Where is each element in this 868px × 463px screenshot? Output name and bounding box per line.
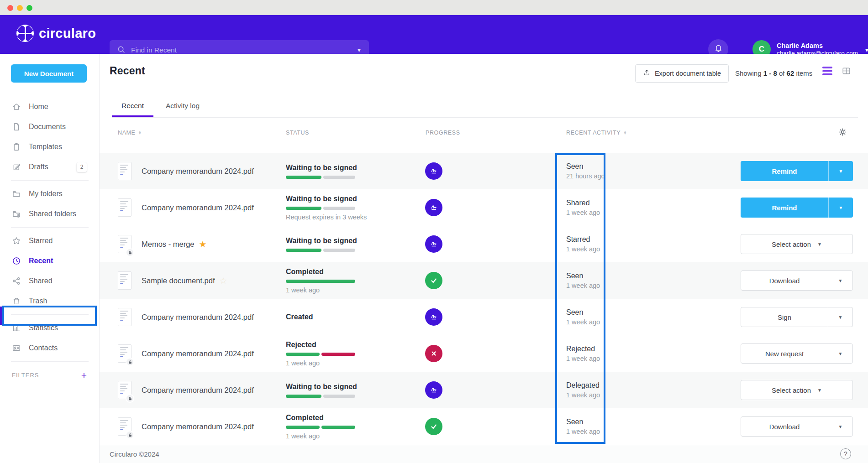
progress-segment <box>323 249 355 252</box>
status-text: Waiting to be signed <box>286 164 357 172</box>
sidebar-item-starred[interactable]: Starred <box>0 231 100 251</box>
sidebar-item-contacts[interactable]: Contacts <box>0 338 100 358</box>
status-text: Created <box>286 313 313 321</box>
filters-label: FILTERS <box>12 372 39 379</box>
chevron-down-icon[interactable]: ▼ <box>817 242 822 247</box>
close-window-button[interactable] <box>7 5 13 11</box>
chevron-down-icon[interactable]: ▼ <box>829 161 853 181</box>
row-action-button[interactable]: Select action▼ <box>741 380 853 400</box>
activity-cell: Seen1 week ago <box>566 299 600 335</box>
row-action-button[interactable]: Remind▼ <box>741 198 853 218</box>
sidebar-item-shared-folders[interactable]: Shared folders <box>0 204 100 224</box>
activity-action: Delegated <box>566 381 600 390</box>
chevron-down-icon[interactable]: ▼ <box>828 307 852 327</box>
sidebar-item-drafts[interactable]: Drafts2 <box>0 157 100 177</box>
progress-segment <box>286 353 320 356</box>
signature-icon <box>425 308 442 326</box>
name-cell: Company memorandum 2024.pdf <box>142 335 254 372</box>
progress-segment <box>323 176 355 179</box>
row-action-button[interactable]: Remind▼ <box>741 161 853 181</box>
list-view-icon[interactable] <box>822 67 832 75</box>
tab-recent[interactable]: Recent <box>112 96 153 117</box>
app-logo[interactable]: circularo <box>16 25 96 42</box>
status-text: Completed <box>286 414 355 422</box>
column-header-status[interactable]: STATUS <box>286 130 309 136</box>
star-icon[interactable]: ☆ <box>220 276 227 285</box>
sidebar-item-my-folders[interactable]: My folders <box>0 184 100 204</box>
activity-time: 1 week ago <box>566 282 600 289</box>
column-header-progress[interactable]: PROGRESS <box>426 130 460 136</box>
sidebar-item-recent[interactable]: Recent <box>0 251 100 271</box>
row-action-button[interactable]: Download▼ <box>741 416 853 437</box>
grid-view-icon[interactable] <box>842 66 851 76</box>
document-name[interactable]: Company memorandum 2024.pdf <box>142 167 254 176</box>
chevron-down-icon[interactable]: ▼ <box>357 47 362 53</box>
activity-time: 21 hours ago <box>566 172 605 180</box>
search-input[interactable] <box>131 46 353 54</box>
lock-icon <box>126 394 134 403</box>
table-row[interactable]: Company memorandum 2024.pdfRejected1 wee… <box>100 335 868 372</box>
sidebar-item-label: Drafts <box>29 163 48 171</box>
document-thumbnail <box>118 381 132 399</box>
row-action-button[interactable]: Sign▼ <box>741 307 853 327</box>
table-row[interactable]: Company memorandum 2024.pdfWaiting to be… <box>100 372 868 408</box>
chevron-down-icon[interactable]: ▼ <box>828 417 852 436</box>
sidebar-item-label: Trash <box>29 297 47 305</box>
tab-divider <box>112 117 858 118</box>
items-range: 1 - 8 <box>763 69 777 77</box>
chevron-down-icon[interactable]: ▼ <box>864 47 868 53</box>
document-name[interactable]: Company memorandum 2024.pdf <box>142 203 254 212</box>
activity-time: 1 week ago <box>566 428 600 435</box>
sidebar-item-statistics[interactable]: Statistics <box>0 318 100 338</box>
sidebar-item-trash[interactable]: Trash <box>0 291 100 311</box>
export-icon <box>643 69 651 78</box>
chevron-down-icon[interactable]: ▼ <box>828 344 852 363</box>
tab-activity-log[interactable]: Activity log <box>161 96 205 117</box>
row-action-button[interactable]: Download▼ <box>741 271 853 291</box>
sidebar-item-home[interactable]: Home <box>0 97 100 117</box>
document-name[interactable]: Company memorandum 2024.pdf <box>142 349 254 358</box>
row-action-button[interactable]: Select action▼ <box>741 234 853 254</box>
column-header-recent-activity[interactable]: RECENT ACTIVITY▲▼ <box>566 130 627 136</box>
table-row[interactable]: Company memorandum 2024.pdfWaiting to be… <box>100 189 868 226</box>
export-document-table-button[interactable]: Export document table <box>635 64 729 83</box>
sort-icon: ▲▼ <box>623 131 627 135</box>
status-cell: Rejected1 week ago <box>286 335 355 372</box>
activity-cell: Seen21 hours ago <box>566 153 605 189</box>
progress-bar <box>286 353 355 356</box>
activity-action: Seen <box>566 272 600 280</box>
document-name[interactable]: Company memorandum 2024.pdf <box>142 422 254 431</box>
table-row[interactable]: Sample document.pdf☆Completed1 week agoS… <box>100 262 868 299</box>
chevron-down-icon[interactable]: ▼ <box>817 388 822 393</box>
document-thumbnail <box>118 417 132 436</box>
progress-segment <box>286 426 320 429</box>
minimize-window-button[interactable] <box>17 5 23 11</box>
chevron-down-icon[interactable]: ▼ <box>828 271 852 290</box>
progress-segment <box>323 207 355 210</box>
document-name[interactable]: Company memorandum 2024.pdf <box>142 313 254 322</box>
document-name[interactable]: Memos - merge <box>142 240 195 249</box>
star-icon[interactable]: ★ <box>199 240 207 249</box>
gear-icon[interactable] <box>838 128 847 138</box>
drafts-icon <box>12 162 21 172</box>
new-document-button[interactable]: New Document <box>11 64 87 83</box>
document-name[interactable]: Sample document.pdf <box>142 276 215 285</box>
sidebar-item-templates[interactable]: Templates <box>0 137 100 157</box>
chevron-down-icon[interactable]: ▼ <box>829 198 853 218</box>
plus-icon[interactable]: + <box>81 370 87 380</box>
progress-bar <box>286 280 355 283</box>
zoom-window-button[interactable] <box>26 5 32 11</box>
table-row[interactable]: Company memorandum 2024.pdfCreatedSeen1 … <box>100 299 868 335</box>
sidebar-item-label: Templates <box>29 143 62 151</box>
table-row[interactable]: Memos - merge★Waiting to be signedStarre… <box>100 226 868 262</box>
sidebar-item-label: Shared folders <box>29 210 76 218</box>
row-action-button[interactable]: New request▼ <box>741 343 853 364</box>
document-name[interactable]: Company memorandum 2024.pdf <box>142 386 254 395</box>
help-icon[interactable]: ? <box>840 448 851 459</box>
table-row[interactable]: Company memorandum 2024.pdfCompleted1 we… <box>100 408 868 445</box>
table-row[interactable]: Company memorandum 2024.pdfWaiting to be… <box>100 153 868 189</box>
column-header-name[interactable]: NAME▲▼ <box>118 130 142 136</box>
sidebar-item-shared[interactable]: Shared <box>0 271 100 291</box>
name-cell: Memos - merge★ <box>142 226 207 262</box>
sidebar-item-documents[interactable]: Documents <box>0 117 100 137</box>
